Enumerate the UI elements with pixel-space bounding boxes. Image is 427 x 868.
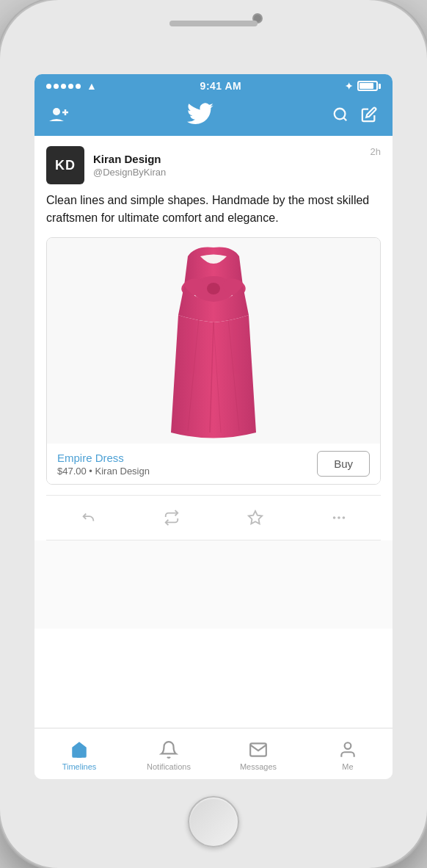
messages-icon — [249, 740, 268, 759]
signal-dot-3 — [61, 84, 66, 89]
home-button[interactable] — [188, 796, 239, 847]
twitter-nav-bar — [34, 98, 393, 136]
wifi-icon: ▲ — [87, 80, 97, 92]
me-icon — [338, 740, 357, 759]
user-handle: @DesignByKiran — [93, 167, 166, 178]
tweet-actions — [46, 495, 381, 540]
tweet-header: KD Kiran Design @DesignByKiran 2h — [46, 146, 381, 184]
more-button[interactable] — [324, 503, 354, 532]
user-info: Kiran Design @DesignByKiran — [93, 153, 166, 178]
tweet-user[interactable]: KD Kiran Design @DesignByKiran — [46, 146, 166, 184]
avatar: KD — [46, 146, 84, 184]
battery-tip — [379, 84, 381, 89]
phone-speaker — [169, 21, 258, 26]
svg-point-10 — [333, 516, 336, 519]
signal-dot-2 — [54, 84, 59, 89]
twitter-logo — [187, 103, 213, 131]
tab-messages[interactable]: Messages — [213, 734, 303, 771]
phone-screen: ▲ 9:41 AM ✦ — [34, 74, 393, 779]
signal-dots — [46, 84, 81, 89]
timelines-label: Timelines — [62, 762, 97, 771]
nav-right-icons — [332, 106, 378, 127]
battery-icon — [357, 81, 381, 91]
svg-point-8 — [207, 283, 220, 294]
status-right: ✦ — [345, 81, 381, 92]
status-left: ▲ — [46, 80, 97, 92]
me-label: Me — [342, 762, 353, 771]
messages-label: Messages — [240, 762, 277, 771]
signal-dot-5 — [76, 84, 81, 89]
svg-point-13 — [345, 742, 351, 749]
svg-marker-9 — [249, 511, 262, 524]
status-time: 9:41 AM — [200, 80, 242, 92]
product-footer: Empire Dress $47.00 • Kiran Design Buy — [47, 444, 380, 484]
svg-point-11 — [337, 516, 340, 519]
timelines-icon — [70, 740, 89, 759]
display-name: Kiran Design — [93, 153, 166, 165]
svg-line-4 — [343, 117, 346, 120]
like-button[interactable] — [241, 503, 270, 532]
add-user-button[interactable] — [49, 106, 68, 127]
battery-fill — [360, 83, 373, 89]
product-image — [47, 238, 380, 444]
bottom-nav: Timelines Notifications Messages — [34, 728, 393, 779]
signal-dot-1 — [46, 84, 51, 89]
notifications-icon — [159, 740, 178, 759]
empty-content-area — [34, 540, 393, 629]
tab-me[interactable]: Me — [303, 734, 393, 771]
svg-point-12 — [343, 516, 346, 519]
compose-button[interactable] — [360, 106, 378, 127]
reply-button[interactable] — [73, 503, 103, 532]
notifications-label: Notifications — [147, 762, 191, 771]
tweet-time: 2h — [371, 146, 381, 157]
tweet-container: KD Kiran Design @DesignByKiran 2h Clean … — [34, 136, 393, 540]
battery-body — [357, 81, 378, 91]
product-card[interactable]: Empire Dress $47.00 • Kiran Design Buy — [46, 237, 381, 485]
product-name[interactable]: Empire Dress — [57, 452, 150, 464]
tweet-text: Clean lines and simple shapes. Handmade … — [46, 192, 381, 227]
svg-point-0 — [53, 108, 60, 115]
status-bar: ▲ 9:41 AM ✦ — [34, 74, 393, 98]
product-info: Empire Dress $47.00 • Kiran Design — [57, 452, 150, 477]
tab-notifications[interactable]: Notifications — [124, 734, 213, 771]
tab-timelines[interactable]: Timelines — [34, 734, 124, 771]
buy-button[interactable]: Buy — [317, 451, 370, 477]
svg-point-3 — [335, 109, 346, 120]
product-price: $47.00 • Kiran Design — [57, 466, 150, 477]
search-button[interactable] — [332, 106, 348, 127]
dress-image — [155, 242, 272, 440]
phone-frame: ▲ 9:41 AM ✦ — [0, 0, 427, 868]
signal-dot-4 — [68, 84, 73, 89]
bluetooth-icon: ✦ — [345, 81, 353, 92]
retweet-button[interactable] — [157, 503, 186, 532]
